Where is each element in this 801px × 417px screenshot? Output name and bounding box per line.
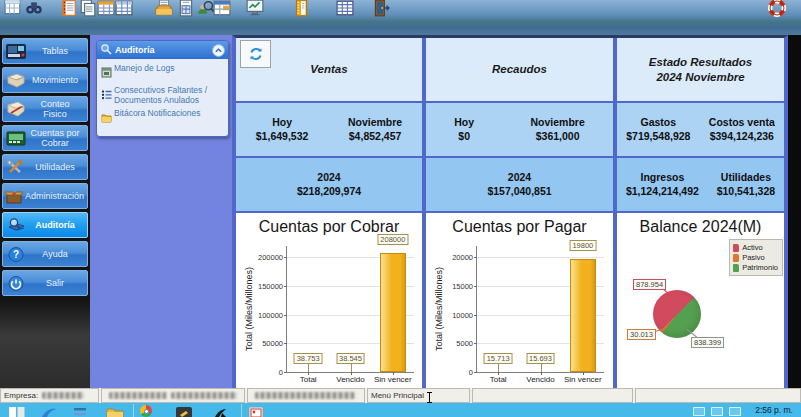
obscured-text [255,392,355,399]
stat-noviembre: Noviembre$4,852,457 [348,116,402,143]
taskbar: 2:56 p. m. [0,403,801,417]
sidebar-item-auditoria[interactable]: Auditoría [2,212,88,238]
taskbar-dark-app-icon[interactable] [176,405,192,417]
document-table-icon[interactable] [177,0,195,17]
right-filler [788,35,801,388]
bar-sin-vencer [380,253,406,372]
grid-icon[interactable] [336,0,354,17]
y-tick-mark [474,257,477,258]
menu-item-manejo-de-logs[interactable]: Manejo de Logs [101,63,225,82]
chart-plot: 050000100000150000200000Total38.753Venci… [286,246,414,373]
taskbar-clock[interactable]: 2:56 p. m. [755,405,793,415]
chart-monitor-icon[interactable] [246,0,264,17]
menu-item-consecutivos-faltantes[interactable]: Consecutivos Faltantes / Documentos Anul… [101,85,225,105]
legend-row-activo: Activo [733,243,778,252]
search-binoculars-icon[interactable] [25,0,43,17]
taskbar-lines-icon[interactable] [72,405,88,417]
sidebar-filler [0,300,90,388]
top-toolbar [0,0,801,35]
stat-hoy: Hoy$0 [454,116,474,143]
copy-documents-icon[interactable] [79,0,97,17]
status-empresa: Empresa: [0,388,99,403]
sidebar-item-salir[interactable]: Salir [2,270,88,296]
sidebar-item-label: Ayuda [29,249,87,259]
y-tick-mark [284,315,287,316]
taskbar-app-icon[interactable] [40,405,58,417]
y-tick-label: 150000 [258,282,283,291]
sidebar-item-ayuda[interactable]: ? Ayuda [2,241,88,267]
legend-swatch-activo [733,244,739,252]
bar-value-label: 19800 [569,240,596,251]
y-tick-mark [284,343,287,344]
menu-item-label: Consecutivos Faltantes / Documentos Anul… [114,85,225,105]
application-window: Tablas Movimiento Conteo Fisico Cuentas … [0,0,801,417]
text-cursor [426,392,433,403]
menu-item-bitacora-notificaciones[interactable]: Bitácora Notificaciones [101,108,225,127]
taskbar-pointer-app-icon[interactable] [212,405,228,417]
contacts-book-icon[interactable] [60,0,78,17]
table-window-icon[interactable] [213,0,231,17]
tray-icon[interactable] [693,407,705,416]
chart-title: Balance 2024(M) [617,218,784,236]
chrome-icon[interactable] [140,405,152,417]
taskbar-window-icon[interactable] [8,405,26,417]
estado-gastos-costos: Gastos$719,548,928 Costos venta$394,124,… [617,103,784,156]
help-lifesaver-icon[interactable] [768,0,786,17]
sidebar-item-tablas[interactable]: Tablas [2,38,88,64]
ledger-board-icon [3,130,29,147]
collapse-panel-button[interactable] [212,44,225,57]
status-segment [472,388,633,403]
new-table-icon[interactable] [4,0,22,17]
obscured-text [109,392,167,399]
menu-item-label: Manejo de Logs [114,63,175,73]
taskbar-folder-icon[interactable] [106,405,124,417]
y-tick-label: 200000 [258,253,283,262]
bar-value-label: 208000 [377,234,408,245]
y-tick-label: 0 [469,368,473,377]
table-calendar-icon[interactable] [97,0,115,17]
audit-magnifier-icon [3,217,29,234]
chart-legend: Activo Pasivo Patrimonio [729,239,783,276]
taskbar-photos-icon[interactable] [248,405,264,417]
sidebar-item-label: Tablas [29,46,87,56]
audit-menu-header: Auditoría [97,41,228,59]
sidebar-item-movimiento[interactable]: Movimiento [2,67,88,93]
sidebar-item-label: Auditoría [29,220,87,230]
sidebar-item-administracion[interactable]: Administración [2,183,88,209]
refresh-icon [246,45,266,63]
audit-panel-title: Auditoría [113,45,212,55]
search-user-icon[interactable] [196,0,214,17]
sidebar-item-conteo-fisico[interactable]: Conteo Fisico [2,96,88,122]
y-tick-label: 50000 [262,339,283,348]
label-stem [498,364,499,372]
label-stem [351,364,352,372]
stat-2024: 2024$157,040,851 [487,171,551,198]
refresh-button[interactable] [240,40,271,68]
label-stem [541,364,542,372]
status-segment [247,388,365,403]
y-tick-mark [474,286,477,287]
exit-door-icon[interactable] [372,0,390,17]
bar-value-label: 15.713 [484,353,513,364]
inbox-tray-icon[interactable] [155,0,173,17]
recaudos-ytd: 2024$157,040,851 [426,158,613,211]
panel-title: Ventas [310,62,347,77]
dashboard-area: Ventas Recaudos Estado Resultados 2024 N… [232,35,788,388]
legend-row-pasivo: Pasivo [733,253,778,262]
chart-plot: 05000100001500020000Total15.713Vencido15… [476,246,604,373]
sidebar-item-utilidades[interactable]: Utilidades [2,154,88,180]
legend-swatch-patrimonio [733,264,739,272]
panel-header-recaudos: Recaudos [426,38,613,101]
movement-icon [3,72,29,89]
tray-icon[interactable] [711,407,723,416]
status-segment [101,388,245,403]
table-grid-icon[interactable] [115,0,133,17]
pie-chart [653,290,701,338]
notebook-icon[interactable] [292,0,310,17]
tables-icon [3,43,29,60]
log-window-icon [101,64,114,82]
tray-icon[interactable] [729,407,741,416]
sidebar-item-label: Movimiento [29,75,87,85]
chart-balance: Balance 2024(M) Activo Pasivo Patrimonio… [617,213,784,388]
sidebar-item-cuentas-por-cobrar[interactable]: Cuentas por Cobrar [2,125,88,151]
